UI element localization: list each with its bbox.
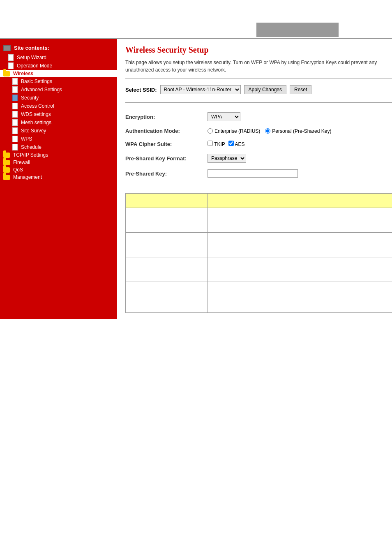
sidebar-item-access-control[interactable]: Access Control [0,102,117,110]
doc-icon-blue [12,95,18,101]
sidebar-label: Firewall [13,160,30,165]
table-header-col1 [126,194,208,208]
sidebar-item-security[interactable]: Security [0,94,117,102]
sidebar-item-qos[interactable]: QoS [0,166,117,173]
encryption-row: Encryption: WPA WEP None [125,109,392,125]
radio-personal-input[interactable] [265,128,270,134]
psk-format-control: Passphrase Hex [208,154,246,163]
reset-button[interactable]: Reset [290,85,311,94]
ssid-row: Select SSID: Root AP - Wireless-11n-Rout… [125,85,392,94]
doc-icon [12,103,18,109]
doc-icon [12,144,18,150]
sidebar-label: Operation Mode [17,63,52,69]
sidebar-item-schedule[interactable]: Schedule [0,143,117,151]
table-cell [126,257,208,282]
sidebar-item-wps[interactable]: WPS [0,135,117,143]
encryption-label: Encryption: [125,114,208,120]
bottom-table [125,193,392,313]
sidebar-title: Site contents: [0,43,117,53]
table-header-col2 [208,194,392,208]
cipher-label: WPA Cipher Suite: [125,141,208,147]
sidebar-label: Site Survey [21,128,46,134]
table-header-row [126,194,392,208]
encryption-control: WPA WEP None [208,112,240,121]
sidebar-title-text: Site contents: [14,45,49,51]
sidebar-label: Wireless [13,71,33,76]
auth-mode-row: Authentication Mode: Enterprise (RADIUS)… [125,125,392,137]
header [0,0,392,39]
cipher-row: WPA Cipher Suite: TKIP AES [125,137,392,150]
folder-icon [3,153,10,158]
sidebar-label: WDS settings [21,111,51,117]
table-cell [126,208,208,233]
checkbox-tkip[interactable]: TKIP [208,141,225,147]
header-gray-box [256,23,339,37]
auth-mode-control: Enterprise (RADIUS) Personal (Pre-Shared… [208,128,331,134]
table-row [126,233,392,257]
folder-icon [3,71,10,76]
table-cell [208,282,392,313]
folder-icon [3,160,10,165]
ssid-label: Select SSID: [125,87,157,93]
sidebar-item-management[interactable]: Management [0,173,117,181]
aes-label: AES [235,141,244,147]
sidebar-item-site-survey[interactable]: Site Survey [0,127,117,135]
table-row [126,208,392,233]
psk-format-label: Pre-Shared Key Format: [125,155,208,162]
ssid-select[interactable]: Root AP - Wireless-11n-Router [160,85,241,94]
sidebar-label: Setup Wizard [17,55,46,60]
table-cell [126,233,208,257]
sidebar-item-firewall[interactable]: Firewall [0,159,117,166]
auth-mode-label: Authentication Mode: [125,128,208,134]
sidebar-label: TCP/IP Settings [13,152,48,158]
sidebar-label: Advanced Settings [21,87,62,92]
apply-changes-button[interactable]: Apply Changes [244,85,286,94]
sidebar-label: WPS [21,136,32,142]
sidebar: Site contents: Setup Wizard Operation Mo… [0,39,117,319]
tkip-checkbox[interactable] [208,141,213,146]
checkbox-aes[interactable]: AES [228,141,245,147]
sidebar-label: Basic Settings [21,79,52,84]
radio-personal-text: Personal (Pre-Shared Key) [272,128,331,134]
divider2 [125,102,392,103]
divider [125,79,392,79]
sidebar-item-mesh-settings[interactable]: Mesh settings [0,118,117,127]
radio-enterprise-input[interactable] [208,128,213,134]
content-area: Wireless Security Setup This page allows… [117,39,392,319]
psk-input[interactable] [208,169,298,178]
doc-icon [8,54,14,61]
table-cell [126,282,208,313]
doc-icon [12,78,18,85]
main-layout: Site contents: Setup Wizard Operation Mo… [0,39,392,319]
radio-personal[interactable]: Personal (Pre-Shared Key) [265,128,331,134]
doc-icon [12,127,18,134]
sidebar-item-advanced-settings[interactable]: Advanced Settings [0,86,117,94]
psk-format-row: Pre-Shared Key Format: Passphrase Hex [125,150,392,166]
psk-row: Pre-Shared Key: [125,166,392,181]
sidebar-item-tcp-ip[interactable]: TCP/IP Settings [0,151,117,159]
sidebar-label: Access Control [21,103,54,109]
radio-enterprise-text: Enterprise (RADIUS) [214,128,260,134]
sidebar-item-wireless[interactable]: Wireless [0,70,117,77]
doc-icon [8,62,14,69]
sidebar-item-basic-settings[interactable]: Basic Settings [0,77,117,86]
sidebar-item-setup-wizard[interactable]: Setup Wizard [0,53,117,62]
sidebar-item-wds-settings[interactable]: WDS settings [0,110,117,118]
sidebar-label: Mesh settings [21,120,51,125]
encryption-select[interactable]: WPA WEP None [208,112,240,121]
sidebar-label: Management [13,174,42,180]
cipher-control: TKIP AES [208,141,244,147]
psk-control [208,169,298,178]
radio-enterprise[interactable]: Enterprise (RADIUS) [208,128,260,134]
doc-icon [12,111,18,118]
table-cell [208,257,392,282]
psk-format-select[interactable]: Passphrase Hex [208,154,246,163]
aes-checkbox[interactable] [228,141,234,146]
folder-icon [3,167,10,173]
tkip-label: TKIP [214,141,225,147]
table-row [126,257,392,282]
doc-icon [12,136,18,142]
table-cell [208,208,392,233]
sidebar-item-operation-mode[interactable]: Operation Mode [0,62,117,70]
page-title: Wireless Security Setup [125,45,392,55]
